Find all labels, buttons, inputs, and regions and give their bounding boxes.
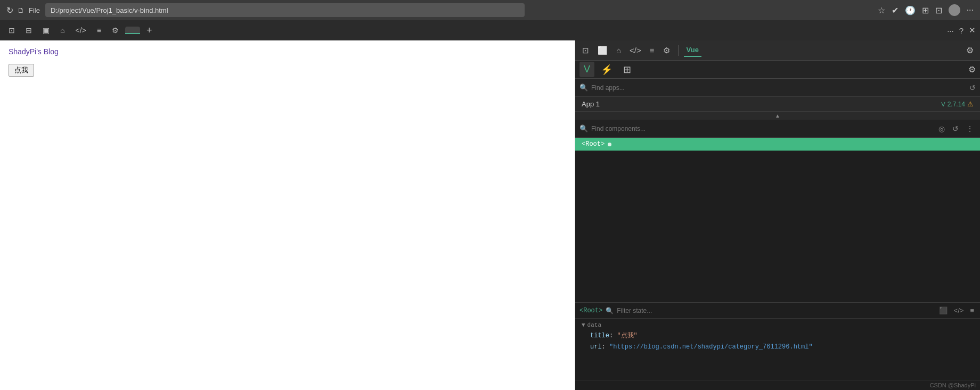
- app-version-text: 2.7.14: [948, 101, 965, 108]
- vue-router-tab[interactable]: ⊞: [619, 62, 635, 78]
- vue-version-icon: V: [941, 101, 945, 107]
- state-code-btn[interactable]: </>: [952, 305, 966, 316]
- root-component-label: <Root>: [582, 140, 605, 148]
- state-filter-search-icon: 🔍: [606, 307, 614, 314]
- help-icon[interactable]: ?: [959, 26, 963, 35]
- vue-component-tab[interactable]: V: [579, 62, 594, 77]
- section-arrow-icon[interactable]: ▼: [582, 322, 585, 328]
- tab-bar: ⊡ ⊟ ▣ ⌂ </> ≡ ⚙ + ··· ? ✕: [0, 20, 980, 40]
- root-dot-indicator: [608, 143, 611, 146]
- find-components-refresh-btn[interactable]: ↺: [950, 123, 961, 134]
- tab-code-button[interactable]: </>: [71, 24, 90, 37]
- state-line-url: url: "https://blog.csdn.net/shadypi/cate…: [582, 342, 974, 353]
- components-list: [575, 151, 980, 302]
- state-list-btn[interactable]: ≡: [968, 305, 976, 316]
- more-options-icon[interactable]: ···: [947, 26, 954, 35]
- file-icon: 🗋: [18, 6, 24, 14]
- state-root-label: <Root>: [579, 307, 602, 314]
- click-button[interactable]: 点我: [9, 64, 34, 77]
- find-components-more-btn[interactable]: ⋮: [964, 123, 976, 134]
- state-content: ▼ data title: "点我" url: "https://blog.cs…: [575, 319, 980, 380]
- inspector-icon-btn[interactable]: ⊡: [579, 44, 592, 57]
- collapse-arrow-icon[interactable]: ▲: [775, 113, 780, 119]
- webpage-pane: ShadyPi's Blog 点我: [0, 40, 575, 390]
- find-apps-bar: 🔍 ↺: [575, 79, 980, 97]
- toolbar-separator: [678, 45, 679, 56]
- tab-reader-button[interactable]: ≡: [93, 24, 105, 37]
- find-apps-refresh-btn[interactable]: ↺: [969, 84, 976, 92]
- find-components-input[interactable]: [591, 125, 933, 132]
- state-header: <Root> 🔍 ⬛ </> ≡: [575, 303, 980, 319]
- avatar[interactable]: [949, 4, 960, 16]
- vue-devtools-tab-btn[interactable]: Vue: [684, 44, 701, 57]
- state-line-title: title: "点我": [582, 330, 974, 342]
- url-value: "https://blog.csdn.net/shadypi/category_…: [609, 343, 813, 351]
- tab-devtools-icon-btn[interactable]: ⚙: [108, 24, 123, 37]
- state-filter-input[interactable]: [617, 307, 934, 314]
- star-icon[interactable]: ☆: [878, 5, 885, 15]
- page-content: ShadyPi's Blog 点我: [0, 40, 575, 83]
- more-icon[interactable]: ···: [967, 5, 974, 15]
- devtools-pane: ⊡ ⬜ ⌂ </> ≡ ⚙ Vue ⚙ V ⚡ ⊞ ⚙ 🔍 ↺ App 1: [575, 40, 980, 390]
- title-value: "点我": [617, 332, 637, 339]
- find-apps-input[interactable]: [591, 84, 966, 92]
- state-section-header: ▼ data: [582, 322, 974, 328]
- root-component[interactable]: <Root>: [575, 138, 980, 151]
- csdn-credit: CSDN @ShadyPi: [575, 380, 980, 390]
- url-key: url: [590, 343, 602, 351]
- address-text: D:/project/Vue/Proj1_basic/v-bind.html: [51, 6, 168, 14]
- file-label: File: [29, 6, 40, 14]
- browser-chrome: ↻ 🗋 File D:/project/Vue/Proj1_basic/v-bi…: [0, 0, 980, 20]
- close-devtools-icon[interactable]: ✕: [969, 26, 976, 35]
- find-apps-search-icon: 🔍: [579, 84, 588, 92]
- site-link[interactable]: ShadyPi's Blog: [9, 47, 59, 56]
- app-name: App 1: [582, 100, 600, 108]
- check-icon[interactable]: ✔: [892, 5, 899, 15]
- state-panel: <Root> 🔍 ⬛ </> ≡ ▼ data title: "点我" url:…: [575, 302, 980, 390]
- home-icon-btn[interactable]: ⌂: [614, 44, 624, 57]
- history-icon[interactable]: 🕐: [905, 5, 916, 15]
- vue-tabs: V ⚡ ⊞ ⚙: [575, 61, 980, 79]
- bookmark-icon[interactable]: ⊞: [922, 5, 929, 15]
- network-icon-btn[interactable]: ≡: [647, 44, 657, 57]
- vue-vuex-tab[interactable]: ⚡: [597, 62, 617, 78]
- title-key: title: [590, 332, 609, 339]
- collapse-bar: ▲: [575, 112, 980, 120]
- find-components-bar: 🔍 ◎ ↺ ⋮: [575, 120, 980, 138]
- devtools-toolbar: ⊡ ⬜ ⌂ </> ≡ ⚙ Vue ⚙: [575, 40, 980, 61]
- address-bar[interactable]: D:/project/Vue/Proj1_basic/v-bind.html: [45, 3, 525, 17]
- components-area: ▲ 🔍 ◎ ↺ ⋮ <Root>: [575, 112, 980, 302]
- performance-icon-btn[interactable]: ⚙: [660, 44, 673, 57]
- find-components-target-btn[interactable]: ◎: [936, 123, 947, 134]
- browser-actions: ☆ ✔ 🕐 ⊞ ⊡ ···: [878, 4, 974, 16]
- app-version-info: V 2.7.14 ⚠: [941, 100, 974, 108]
- browser-controls: ↻ 🗋 File: [6, 5, 40, 15]
- section-data-label: data: [587, 322, 601, 328]
- console-icon-btn[interactable]: ⬜: [595, 44, 610, 57]
- app-warning-icon: ⚠: [967, 100, 974, 108]
- extensions-icon[interactable]: ⊡: [935, 5, 942, 15]
- new-tab-button[interactable]: +: [142, 24, 157, 37]
- state-export-btn[interactable]: ⬛: [937, 305, 949, 316]
- devtools-gear-btn[interactable]: ⚙: [964, 43, 976, 57]
- reload-button[interactable]: ↻: [6, 5, 13, 15]
- source-icon-btn[interactable]: </>: [627, 44, 644, 57]
- find-components-search-icon: 🔍: [579, 125, 588, 132]
- tab-back-button[interactable]: ⊡: [4, 24, 19, 37]
- tab-home-button[interactable]: ⌂: [56, 24, 69, 37]
- app-row: App 1 V 2.7.14 ⚠: [575, 97, 980, 112]
- vue-tab-active[interactable]: [125, 27, 140, 34]
- main-layout: ShadyPi's Blog 点我 ⊡ ⬜ ⌂ </> ≡ ⚙ Vue ⚙ V …: [0, 40, 980, 390]
- tab-bar-right: ··· ? ✕: [947, 26, 976, 35]
- vue-settings-btn[interactable]: ⚙: [968, 64, 976, 74]
- tab-duplicate-button[interactable]: ⊟: [21, 24, 36, 37]
- tab-immersive-reader-button[interactable]: ▣: [38, 24, 54, 37]
